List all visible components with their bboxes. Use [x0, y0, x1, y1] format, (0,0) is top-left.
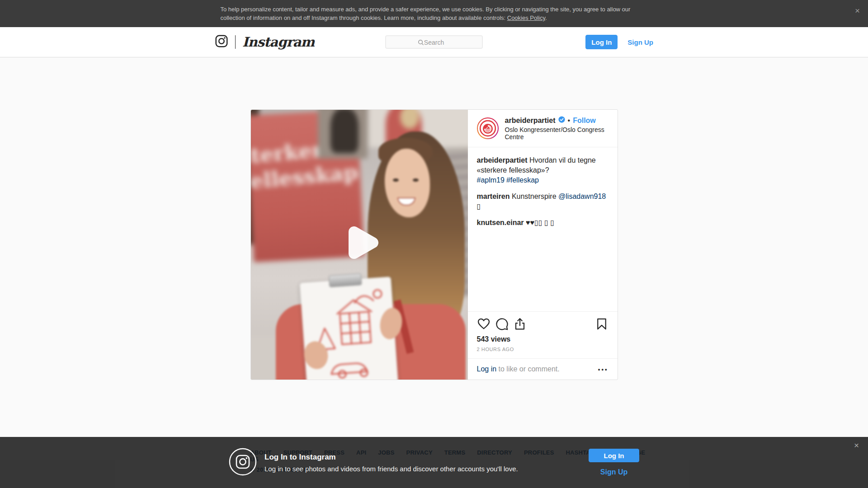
- comment-bubble-icon[interactable]: [495, 317, 509, 331]
- brand[interactable]: Instagram: [215, 34, 314, 50]
- more-options-icon[interactable]: •••: [598, 366, 609, 373]
- avatar[interactable]: [477, 117, 499, 139]
- like-heart-icon[interactable]: [477, 317, 491, 331]
- cta-title: Log In to Instagram: [264, 453, 518, 462]
- footer-signup-link[interactable]: Sign Up: [600, 468, 627, 476]
- comments-section: arbeiderpartiet Hvordan vil du tegne «st…: [468, 147, 618, 311]
- main-content: sterkerefellesskap: [0, 57, 868, 380]
- footer-login-button[interactable]: Log In: [589, 449, 639, 462]
- search-box: [386, 36, 483, 49]
- login-prompt: Log in to like or comment.: [477, 365, 560, 373]
- hashtag-link-felleskap[interactable]: #felleskap: [506, 176, 539, 184]
- post-timestamp[interactable]: 2 HOURS AGO: [477, 347, 609, 352]
- instagram-circle-icon: [229, 448, 257, 478]
- cookie-banner: To help personalize content, tailor and …: [0, 0, 868, 27]
- search-input[interactable]: [386, 36, 483, 49]
- cookie-message-period: .: [545, 14, 547, 21]
- bookmark-icon[interactable]: [595, 317, 609, 331]
- nav-login-button[interactable]: Log In: [585, 35, 618, 49]
- comment-text: Kunstnerspire: [512, 192, 558, 200]
- post-video[interactable]: sterkerefellesskap: [251, 110, 468, 380]
- share-icon[interactable]: [513, 317, 527, 331]
- post-card: sterkerefellesskap: [250, 109, 618, 380]
- cookie-message: To help personalize content, tailor and …: [221, 6, 631, 21]
- hashtag-link-aplm19[interactable]: #aplm19: [477, 176, 505, 184]
- post-actions: 543 views 2 HOURS AGO: [468, 311, 618, 358]
- comment: marteiren Kunstnerspire @lisadawn918 ▯: [477, 192, 609, 211]
- cta-subtitle: Log in to see photos and videos from fri…: [264, 465, 518, 473]
- nav-signup-link[interactable]: Sign Up: [627, 38, 653, 46]
- instagram-post-page: { "colors": { "accent": "#3897f0", "link…: [0, 0, 868, 488]
- mention-link-lisadawn918[interactable]: @lisadawn918: [558, 192, 606, 200]
- cookies-policy-link[interactable]: Cookies Policy: [507, 14, 545, 21]
- comment-composer: Log in to like or comment. •••: [468, 358, 618, 380]
- post-location-link[interactable]: Oslo Kongressenter/Oslo Congress Centre: [505, 126, 609, 141]
- verified-badge-icon: [558, 116, 565, 125]
- header-dot-separator: •: [568, 117, 571, 125]
- view-count: 543 views: [477, 335, 609, 343]
- comment: knutsen.einar ♥♥▯▯ ▯ ▯: [477, 218, 609, 228]
- brand-divider: [235, 35, 236, 49]
- post-header: arbeiderpartiet • Follow Oslo Kongressen…: [468, 110, 618, 147]
- comment-username-link[interactable]: knutsen.einar: [477, 219, 524, 226]
- caption-comment: arbeiderpartiet Hvordan vil du tegne «st…: [477, 155, 609, 185]
- footer: ABOUT US SUPPORT PRESS API JOBS PRIVACY …: [0, 437, 868, 488]
- follow-button[interactable]: Follow: [573, 117, 596, 125]
- post-username-link[interactable]: arbeiderpartiet: [505, 117, 556, 125]
- play-icon[interactable]: [340, 220, 383, 267]
- comment-emoji-placeholder: ▯: [477, 202, 481, 210]
- comment-text: ♥♥▯▯ ▯ ▯: [526, 219, 554, 226]
- instagram-camera-icon[interactable]: [215, 34, 228, 50]
- comment-username-link[interactable]: arbeiderpartiet: [477, 156, 528, 164]
- instagram-wordmark[interactable]: Instagram: [242, 34, 314, 50]
- top-navbar: Instagram Log In Sign Up: [0, 27, 868, 57]
- login-cta-bar: Log In to Instagram Log in to see photos…: [0, 437, 868, 488]
- cookie-banner-close-icon[interactable]: ×: [855, 6, 860, 15]
- post-detail-panel: arbeiderpartiet • Follow Oslo Kongressen…: [468, 110, 618, 380]
- cta-close-icon[interactable]: ×: [854, 441, 859, 450]
- login-prompt-text: to like or comment.: [496, 365, 560, 373]
- login-prompt-link[interactable]: Log in: [477, 365, 497, 373]
- cookie-banner-text: To help personalize content, tailor and …: [221, 5, 648, 22]
- comment-username-link[interactable]: marteiren: [477, 192, 510, 200]
- auth-controls: Log In Sign Up: [585, 35, 653, 49]
